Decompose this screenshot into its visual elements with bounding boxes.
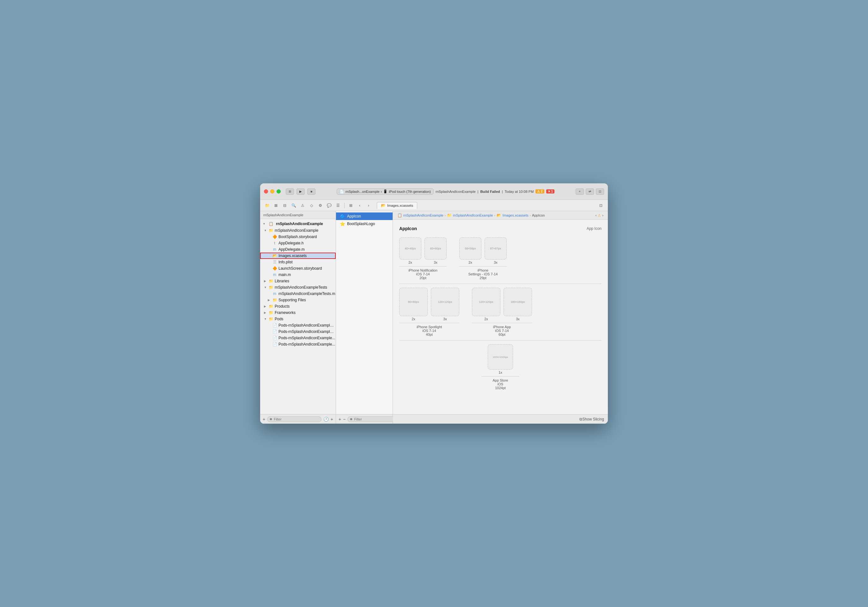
arrow-icon: ▼ (264, 229, 268, 232)
split-editor-btn[interactable]: ⊡ (597, 202, 605, 209)
m-file-icon: m (272, 247, 277, 252)
run-button[interactable]: ▶ (296, 188, 305, 195)
inspector-button[interactable]: ⊡ (596, 188, 604, 195)
arrow-icon: ▶ (264, 279, 268, 283)
icon-box-58x58[interactable]: 58×58px (459, 238, 481, 259)
app-label: iPhone AppiOS 7-1460pt (472, 323, 532, 336)
tree-label: AppDelegate.h (279, 241, 304, 245)
search-btn[interactable]: 🔍 (290, 202, 298, 209)
warning-badge[interactable]: ⚠ 2 (535, 189, 544, 194)
maximize-button[interactable] (277, 189, 281, 194)
icon-box-80x80[interactable]: 80×80px (399, 288, 428, 316)
nav-tree: ▼ 📋 rnSplashAndIconExample ▼ 📁 rnSplashA… (260, 219, 336, 414)
scheme-selector[interactable]: 📄 rnSplash...onExample › 📱 iPod touch (7… (336, 188, 434, 195)
app-slots: 120×120px 2x 180×180px 3x (472, 288, 532, 321)
asset-panel: 📋 rnSplashAndIconExample › 📁 rnSplashAnd… (393, 211, 608, 424)
size-label: 87×87px (490, 247, 501, 250)
tree-item-tests-m[interactable]: m rnSplashAndIconExampleTests.m (260, 290, 336, 297)
tree-item-supporting-files[interactable]: ▶ 📁 Supporting Files (260, 297, 336, 303)
nav-forward-icon[interactable]: › (602, 213, 603, 217)
arrow-icon: ▼ (264, 317, 268, 321)
icon-box-1024x1024[interactable]: 1024×1024px (488, 344, 513, 369)
layout-button[interactable]: ⇄ (586, 188, 594, 195)
stop-button[interactable]: ■ (307, 188, 315, 195)
xcode-window: ⊞ ▶ ■ 📄 rnSplash...onExample › 📱 iPod to… (260, 183, 608, 424)
tree-item-pods-4[interactable]: 📄 Pods-rnSplashAndIconExample... (260, 341, 336, 348)
breadcrumb-item-2[interactable]: rnSplashAndIconExample (453, 213, 493, 217)
slot-58x58: 58×58px 2x (459, 238, 481, 264)
icon-box-60x60[interactable]: 60×60px (425, 238, 446, 259)
tab-bar: 📂 Images.xcassets (377, 202, 596, 209)
scale-label-2x: 2x (412, 317, 415, 321)
scale-label-2x: 2x (468, 261, 472, 264)
folder-icon-btn[interactable]: 📁 (263, 202, 271, 209)
plist-icon: ☰ (272, 259, 277, 265)
scheme-label: rnSplash...onExample (346, 190, 380, 194)
tree-item-bootsplash-storyboard[interactable]: 🔶 BootSplash.storyboard (260, 234, 336, 240)
app-store-label: App StoreiOS1024pt (481, 376, 519, 390)
tab-label: Images.xcassets (387, 203, 413, 207)
grid-btn[interactable]: ⊞ (347, 202, 355, 209)
add-asset-btn[interactable]: + (338, 417, 341, 422)
list-btn[interactable]: ☰ (334, 202, 342, 209)
tree-item-appdelegate-m[interactable]: m AppDelegate.m (260, 246, 336, 253)
folder-icon: 📁 (268, 278, 273, 284)
tree-item-root[interactable]: ▼ 📋 rnSplashAndIconExample (260, 220, 336, 227)
chat-btn[interactable]: 💬 (325, 202, 333, 209)
remove-asset-btn[interactable]: − (343, 417, 346, 422)
breadcrumb-item-1[interactable]: rnSplashAndIconExample (403, 213, 443, 217)
clock-btn[interactable]: 🕐 (323, 417, 329, 422)
appicon-icon: 🔷 (340, 214, 345, 219)
tree-item-tests-group[interactable]: ▼ 📁 rnSplashAndIconExampleTests (260, 284, 336, 290)
titlebar-right: + ⇄ ⊡ (576, 188, 604, 195)
tree-item-pods[interactable]: ▼ 📁 Pods (260, 316, 336, 322)
filter-icon-2: ⏺ (350, 417, 353, 421)
tree-item-pods-3[interactable]: 📄 Pods-rnSplashAndIconExample... (260, 335, 336, 341)
folder-icon: 📁 (268, 310, 273, 315)
minimize-button[interactable] (270, 189, 274, 194)
add-button[interactable]: + (576, 188, 584, 195)
forward-btn[interactable]: › (365, 202, 372, 209)
file-item-bootsplashlogo[interactable]: ⭐ BootSplashLogo (336, 220, 392, 228)
tree-item-images-xcassets[interactable]: 📂 Images.xcassets (260, 253, 336, 259)
filter-plus-btn[interactable]: + (331, 417, 333, 422)
warning-btn[interactable]: ⚠ (299, 202, 306, 209)
hierarchy-btn[interactable]: ⊟ (281, 202, 288, 209)
show-slicing-button[interactable]: Show Slicing (582, 417, 604, 421)
tree-label: Pods-rnSplashAndIconExample.... (279, 329, 336, 334)
slot-1024x1024: 1024×1024px 1x (488, 344, 513, 374)
tree-item-main-m[interactable]: m main.m (260, 272, 336, 278)
nav-filter-input[interactable] (274, 417, 319, 421)
tree-item-launchscreen[interactable]: 🔶 LaunchScreen.storyboard (260, 265, 336, 272)
icon-box-180x180[interactable]: 180×180px (504, 288, 532, 316)
tree-item-group[interactable]: ▼ 📁 rnSplashAndIconExample (260, 227, 336, 234)
tree-item-pods-2[interactable]: 📄 Pods-rnSplashAndIconExample.... (260, 329, 336, 335)
icon-box-87x87[interactable]: 87×87px (485, 238, 507, 259)
tree-label: Supporting Files (279, 298, 306, 302)
tree-item-info-plist[interactable]: ☰ Info.plist (260, 259, 336, 265)
breadcrumb-item-3[interactable]: Images.xcassets (502, 213, 529, 217)
debug-btn[interactable]: ⚙ (316, 202, 324, 209)
close-button[interactable] (264, 189, 268, 194)
tree-item-libraries[interactable]: ▶ 📁 Libraries (260, 278, 336, 284)
m-file-icon: m (272, 272, 277, 277)
back-btn[interactable]: ‹ (356, 202, 364, 209)
add-nav-btn[interactable]: + (263, 417, 265, 422)
tree-item-frameworks[interactable]: ▶ 📁 Frameworks (260, 309, 336, 316)
icon-box-40x40[interactable]: 40×40px (399, 238, 422, 259)
sidebar-toggle-button[interactable]: ⊞ (286, 188, 294, 195)
icon-box-120x120-s[interactable]: 120×120px (431, 288, 459, 316)
file-filter-input[interactable] (354, 417, 398, 421)
version-btn[interactable]: ⊠ (272, 202, 280, 209)
icon-box-120x120-a[interactable]: 120×120px (472, 288, 501, 316)
diamond-btn[interactable]: ◇ (308, 202, 315, 209)
tree-item-appdelegate-h[interactable]: t AppDelegate.h (260, 240, 336, 246)
active-tab[interactable]: 📂 Images.xcassets (377, 202, 417, 209)
filter-icon: ⏺ (269, 417, 273, 421)
file-item-appicon[interactable]: 🔷 AppIcon (336, 213, 392, 220)
nav-back-icon[interactable]: ‹ (595, 213, 597, 217)
tree-item-products[interactable]: ▶ 📁 Products (260, 303, 336, 309)
tree-label: Frameworks (275, 310, 296, 315)
tree-item-pods-1[interactable]: 📄 Pods-rnSplashAndIconExample.... (260, 322, 336, 329)
error-badge[interactable]: ✕ 1 (546, 189, 555, 194)
